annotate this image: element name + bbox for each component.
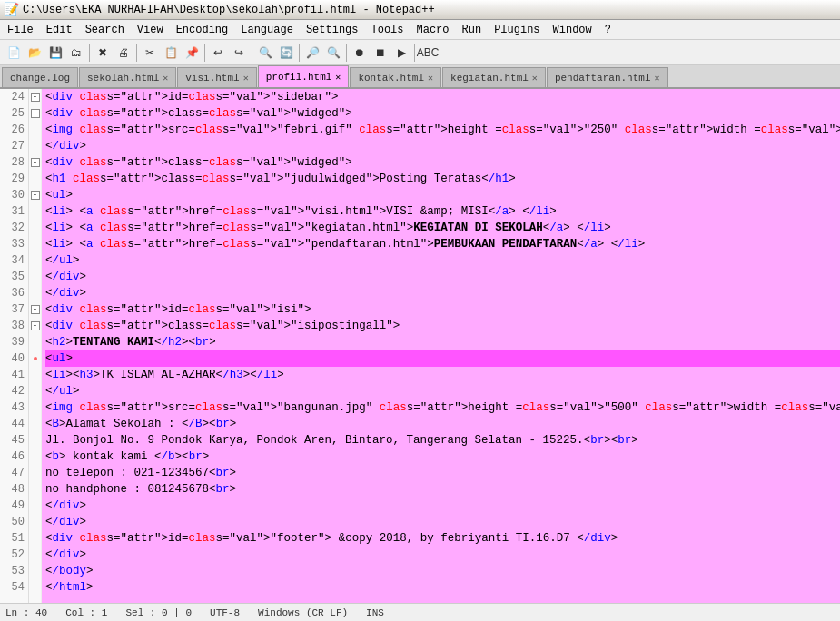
menu-run[interactable]: Run: [457, 22, 488, 38]
line-number: 32: [4, 220, 25, 236]
code-content[interactable]: <div class="attr">id=class="val">"sideba…: [42, 89, 840, 603]
menu-plugins[interactable]: Plugins: [489, 22, 545, 38]
code-line[interactable]: <h2>TENTANG KAMI</h2><br>: [45, 334, 840, 350]
tab-close-icon[interactable]: ✕: [335, 72, 341, 83]
tab-sekolah-html[interactable]: sekolah.html✕: [79, 67, 176, 87]
zoom-in-button[interactable]: 🔎: [302, 43, 322, 63]
code-line[interactable]: <div class="attr">class=class="val">"isi…: [45, 318, 840, 334]
code-line[interactable]: <b> kontak kami </b><br>: [45, 448, 840, 465]
menu-settings[interactable]: Settings: [301, 22, 364, 38]
line-number: 40: [4, 350, 25, 367]
macro-rec-button[interactable]: ⏺: [350, 43, 370, 63]
menu-search[interactable]: Search: [80, 22, 130, 38]
save-button[interactable]: 💾: [45, 43, 65, 63]
code-line[interactable]: <li> <a class="attr">href=class="val">"v…: [45, 203, 840, 220]
menu-edit[interactable]: Edit: [41, 22, 78, 38]
find-button[interactable]: 🔍: [255, 43, 275, 63]
macro-stop-button[interactable]: ⏹: [371, 43, 390, 63]
tab-close-icon[interactable]: ✕: [532, 73, 538, 84]
zoom-out-button[interactable]: 🔍: [323, 43, 343, 63]
code-line[interactable]: <ul>: [45, 350, 840, 367]
code-line[interactable]: <B>Alamat Sekolah : </B><br>: [45, 416, 840, 432]
code-line[interactable]: <li> <a class="attr">href=class="val">"p…: [45, 236, 840, 252]
code-text: <li><h3>TK ISLAM AL-AZHAR</h3></li>: [45, 367, 284, 383]
tab-kegiatan-html[interactable]: kegiatan.html✕: [442, 67, 546, 87]
tab-close-icon[interactable]: ✕: [655, 73, 660, 84]
redo-button[interactable]: ↪: [229, 43, 249, 63]
replace-button[interactable]: 🔄: [276, 43, 296, 63]
code-line[interactable]: <div class="attr">class=class="val">"wid…: [45, 154, 840, 171]
fold-minus-icon[interactable]: -: [31, 191, 40, 200]
copy-button[interactable]: 📋: [161, 43, 181, 63]
line-number: 38: [4, 318, 25, 334]
code-line[interactable]: <h1 class="attr">class=class="val">"judu…: [45, 171, 840, 187]
fold-cell: -: [29, 89, 41, 105]
tab-close-icon[interactable]: ✕: [243, 73, 249, 84]
code-line[interactable]: </ul>: [45, 383, 840, 399]
code-line[interactable]: </div>: [45, 498, 840, 514]
menu-file[interactable]: File: [2, 22, 39, 38]
code-line[interactable]: </html>: [45, 579, 840, 596]
menu-tools[interactable]: Tools: [365, 22, 409, 38]
code-line[interactable]: </div>: [45, 138, 840, 154]
code-text: Jl. Bonjol No. 9 Pondok Karya, Pondok Ar…: [45, 432, 638, 448]
tab-visi-html[interactable]: visi.html✕: [177, 67, 256, 87]
menu-?[interactable]: ?: [599, 22, 617, 38]
menu-window[interactable]: Window: [548, 22, 598, 38]
code-text: <div class="attr">id=class="val">"footer…: [45, 530, 618, 547]
code-line[interactable]: <div class="attr">id=class="val">"sideba…: [45, 89, 840, 105]
tab-close-icon[interactable]: ✕: [428, 73, 433, 84]
code-line[interactable]: <div class="attr">id=class="val">"isi">: [45, 301, 840, 318]
fold-cell: [29, 203, 41, 220]
code-line[interactable]: <img class="attr">src=class="val">"bangu…: [45, 399, 840, 416]
code-line[interactable]: </div>: [45, 269, 840, 285]
code-text: </html>: [45, 579, 94, 596]
fold-cell: [29, 269, 41, 285]
cut-button[interactable]: ✂: [140, 43, 160, 63]
tab-close-icon[interactable]: ✕: [163, 73, 168, 84]
tab-pendaftaran-html[interactable]: pendaftaran.html✕: [547, 67, 668, 87]
code-text: </div>: [45, 514, 86, 530]
fold-minus-icon[interactable]: -: [31, 321, 40, 330]
sep6: [346, 44, 347, 62]
fold-minus-icon[interactable]: -: [31, 109, 40, 118]
menu-macro[interactable]: Macro: [411, 22, 455, 38]
tab-profil-html[interactable]: profil.html✕: [258, 65, 350, 87]
fold-minus-icon[interactable]: -: [31, 93, 40, 102]
code-line[interactable]: <div class="attr">class=class="val">"wid…: [45, 105, 840, 122]
code-line[interactable]: </div>: [45, 547, 840, 563]
code-line[interactable]: Jl. Bonjol No. 9 Pondok Karya, Pondok Ar…: [45, 432, 840, 448]
close-button[interactable]: ✖: [93, 43, 113, 63]
code-line[interactable]: <ul>: [45, 187, 840, 203]
code-line[interactable]: </ul>: [45, 252, 840, 269]
menu-encoding[interactable]: Encoding: [171, 22, 234, 38]
tab-kontak-html[interactable]: kontak.html✕: [350, 67, 441, 87]
save-all-button[interactable]: 🗂: [66, 43, 86, 63]
fold-minus-icon[interactable]: -: [31, 158, 40, 167]
menu-language[interactable]: Language: [235, 22, 299, 38]
fold-cell: [29, 138, 41, 154]
menu-view[interactable]: View: [132, 22, 169, 38]
line-number: 43: [4, 399, 25, 416]
open-button[interactable]: 📂: [25, 43, 44, 63]
code-line[interactable]: <li> <a class="attr">href=class="val">"k…: [45, 220, 840, 236]
undo-button[interactable]: ↩: [208, 43, 228, 63]
code-line[interactable]: no handphone : 081245678<br>: [45, 481, 840, 498]
code-line[interactable]: </body>: [45, 563, 840, 579]
macro-play-button[interactable]: ▶: [391, 43, 411, 63]
tab-change-log[interactable]: change.log: [2, 67, 78, 87]
code-line[interactable]: <img class="attr">src=class="val">"febri…: [45, 122, 840, 138]
code-line[interactable]: </div>: [45, 285, 840, 301]
spell-button[interactable]: ABC: [418, 43, 438, 63]
paste-button[interactable]: 📌: [182, 43, 202, 63]
code-line[interactable]: <div class="attr">id=class="val">"footer…: [45, 530, 840, 547]
tab-label: pendaftaran.html: [555, 73, 651, 84]
new-button[interactable]: 📄: [4, 43, 24, 63]
print-button[interactable]: 🖨: [114, 43, 133, 63]
code-line[interactable]: no telepon : 021-1234567<br>: [45, 465, 840, 481]
code-line[interactable]: <li><h3>TK ISLAM AL-AZHAR</h3></li>: [45, 367, 840, 383]
fold-cell: [29, 171, 41, 187]
fold-cell: -: [29, 154, 41, 171]
code-line[interactable]: </div>: [45, 514, 840, 530]
fold-minus-icon[interactable]: -: [31, 305, 40, 314]
